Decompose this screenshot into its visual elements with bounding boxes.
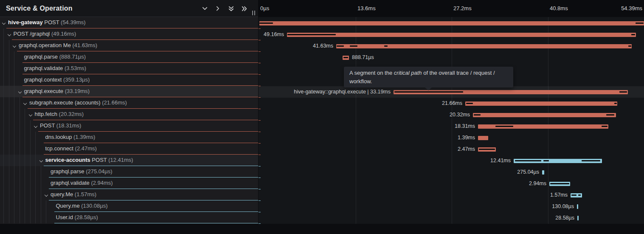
bar-duration-label: 1.57ms	[550, 189, 568, 201]
span-bar-row[interactable]: 49.16ms	[259, 29, 644, 40]
indent-guide	[20, 155, 20, 166]
span-row[interactable]: graphql.validate (3.53ms)	[0, 63, 258, 74]
span-duration: (359.13µs)	[63, 76, 90, 83]
indent-guide	[14, 166, 14, 178]
double-chevron-down-icon[interactable]	[226, 4, 236, 13]
critical-path-segment	[631, 34, 635, 35]
span-row[interactable]: hive-gateway POST (54.39ms)	[0, 17, 258, 28]
indent-guide	[46, 212, 46, 223]
span-duration: (41.63ms)	[72, 42, 97, 48]
span-row[interactable]: Query.me (130.08µs)	[0, 200, 258, 212]
span-bar-row[interactable]	[259, 17, 644, 29]
span-row[interactable]: graphql.validate (2.94ms)	[0, 178, 258, 189]
indent-guide	[9, 143, 9, 155]
indent-guide	[20, 166, 20, 178]
indent-guide	[41, 200, 41, 212]
span-bar-row[interactable]: 28.58µs	[259, 212, 644, 224]
span-bar-row[interactable]: 21.66ms	[259, 98, 644, 109]
span-bar-row[interactable]: 130.08µs	[259, 201, 644, 212]
span-bar[interactable]	[478, 136, 488, 140]
panel-title: Service & Operation	[6, 5, 73, 12]
span-bar-row[interactable]: hive-gateway::graphql.execute | 33.19ms	[259, 86, 644, 98]
collapse-chevron-icon[interactable]	[39, 159, 42, 162]
span-bar-row[interactable]: 41.63ms	[259, 40, 644, 52]
indent-guide	[35, 189, 36, 200]
critical-path-segment	[550, 183, 569, 184]
collapse-chevron-icon[interactable]	[34, 124, 37, 128]
collapse-chevron-icon[interactable]	[2, 21, 6, 25]
span-bar-row[interactable]: 18.31ms	[259, 121, 644, 132]
chevron-right-icon[interactable]	[213, 4, 222, 13]
span-row[interactable]: User.id (28.58µs)	[0, 212, 258, 223]
indent-guide	[25, 132, 25, 143]
span-row[interactable]: service-accounts POST (12.41ms)	[0, 155, 258, 166]
span-bar[interactable]	[542, 170, 544, 175]
span-bar-row[interactable]: 2.47ms	[259, 144, 644, 155]
span-row[interactable]: tcp.connect (2.47ms)	[0, 143, 258, 155]
span-bar-row[interactable]: 275.04µs	[259, 166, 644, 178]
indent-guide	[14, 51, 14, 63]
collapse-chevron-icon[interactable]	[23, 101, 27, 105]
span-label: POST (18.31ms)	[40, 120, 81, 131]
bar-duration-label: 1.39ms	[458, 132, 475, 144]
indent-guide	[35, 132, 36, 143]
span-bar[interactable]	[287, 33, 636, 37]
collapse-chevron-icon[interactable]	[7, 33, 11, 36]
span-row[interactable]: POST (18.31ms)	[0, 120, 258, 132]
span-label: graphql.validate (2.94ms)	[51, 178, 113, 189]
axis-tick-label: 13.6ms	[357, 5, 376, 11]
span-row[interactable]: http.fetch (20.32ms)	[0, 109, 258, 120]
indent-guide	[3, 109, 4, 120]
span-bar[interactable]	[577, 204, 578, 209]
indent-guide	[9, 120, 9, 132]
indent-guide	[25, 212, 25, 223]
span-bar-row[interactable]: 20.32ms	[259, 109, 644, 121]
collapse-chevron-icon[interactable]	[28, 113, 32, 116]
span-bar[interactable]	[465, 101, 617, 106]
indent-guide	[30, 143, 31, 155]
span-bar-row[interactable]: 1.39ms	[259, 132, 644, 144]
indent-guide	[20, 97, 20, 109]
service-name: service-accounts	[45, 157, 90, 163]
span-row[interactable]: POST /graphql (49.16ms)	[0, 28, 258, 40]
chevron-down-icon[interactable]	[200, 4, 209, 13]
panel-resize-handle[interactable]	[252, 11, 257, 16]
collapse-chevron-icon[interactable]	[18, 90, 21, 93]
span-bar-row[interactable]: 1.57ms	[259, 189, 644, 201]
span-row[interactable]: graphql.context (359.13µs)	[0, 74, 258, 86]
span-row[interactable]: query.Me (1.57ms)	[0, 189, 258, 200]
indent-guide	[41, 178, 41, 189]
collapse-chevron-icon[interactable]	[45, 193, 48, 197]
critical-path-segment	[343, 57, 348, 58]
bar-duration-label: 28.58µs	[555, 212, 574, 224]
critical-path-segment	[466, 103, 473, 104]
indent-guide	[3, 97, 4, 109]
span-row[interactable]: graphql.execute (33.19ms)	[0, 86, 258, 97]
span-bar[interactable]	[336, 44, 632, 48]
critical-path-segment	[394, 91, 463, 93]
bar-duration-label: hive-gateway::graphql.execute | 33.19ms	[294, 86, 391, 98]
span-bar[interactable]	[259, 21, 644, 25]
timeline-panel: 0µs13.6ms27.2ms40.8ms54.39ms 49.16ms41.6…	[259, 0, 644, 224]
indent-guide	[3, 40, 4, 51]
span-label: dns.lookup (1.39ms)	[45, 132, 96, 143]
span-bar[interactable]	[577, 216, 579, 220]
span-bar[interactable]	[473, 113, 616, 117]
span-bar-row[interactable]: 2.94ms	[259, 178, 644, 189]
span-row[interactable]: graphql.operation Me (41.63ms)	[0, 40, 258, 51]
double-chevron-right-icon[interactable]	[239, 4, 249, 13]
span-row[interactable]: graphql.parse (275.04µs)	[0, 166, 258, 178]
indent-guide	[20, 189, 20, 200]
span-bar-row[interactable]: 12.41ms	[259, 155, 644, 166]
span-duration: (18.31ms)	[56, 122, 82, 129]
span-row[interactable]: graphql.parse (888.71µs)	[0, 51, 258, 63]
bar-duration-label: 41.63ms	[313, 40, 333, 52]
indent-guide	[9, 63, 9, 74]
collapse-chevron-icon[interactable]	[13, 44, 16, 48]
span-label: graphql.execute (33.19ms)	[24, 86, 90, 97]
critical-path-segment	[619, 91, 627, 93]
span-row[interactable]: subgraph.execute (accounts) (21.66ms)	[0, 97, 258, 109]
span-row[interactable]: dns.lookup (1.39ms)	[0, 132, 258, 143]
span-bar-row[interactable]: 888.71µs	[259, 52, 644, 63]
indent-guide	[9, 86, 9, 97]
